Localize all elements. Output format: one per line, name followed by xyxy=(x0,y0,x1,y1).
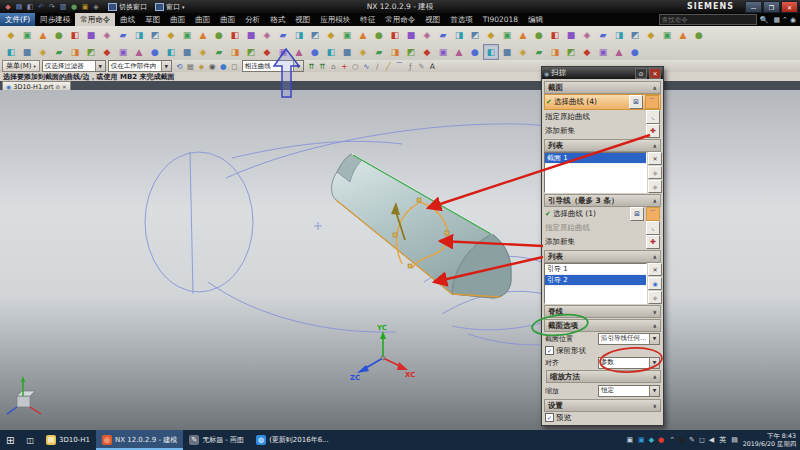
toolbar-icon[interactable]: ⇈ xyxy=(306,61,317,72)
toolbar-icon[interactable]: ⌂ xyxy=(328,61,339,72)
scaling-combo[interactable]: 恒定 ▼ xyxy=(598,385,660,397)
close-button[interactable]: ✕ xyxy=(781,1,798,13)
ribbon-command-icon[interactable]: ■ xyxy=(339,44,355,60)
add-new-set-row-guides[interactable]: 添加新集 ✚ xyxy=(544,235,661,249)
ribbon-command-icon[interactable]: ● xyxy=(467,44,483,60)
ribbon-command-icon[interactable]: ▣ xyxy=(275,44,291,60)
tray-pinned-icon[interactable]: ▣ xyxy=(626,436,633,444)
specify-origin-curve-row[interactable]: 指定原始曲线 ◟ xyxy=(544,110,661,124)
list-item[interactable]: 引导 1 xyxy=(545,264,646,275)
ribbon-tab-视图[interactable]: 视图 xyxy=(290,13,315,26)
toolbar-icon[interactable]: ⌒ xyxy=(394,61,405,72)
ribbon-command-icon[interactable]: ◆ xyxy=(99,44,115,60)
ribbon-tab-曲线[interactable]: 曲线 xyxy=(115,13,140,26)
list-item[interactable]: 截面 1 xyxy=(545,153,646,164)
ribbon-command-icon[interactable]: ▰ xyxy=(531,44,547,60)
ribbon-tab-草图[interactable]: 草图 xyxy=(140,13,165,26)
ribbon-command-icon[interactable]: ◆ xyxy=(419,44,435,60)
ribbon-command-icon[interactable]: ▲ xyxy=(131,44,147,60)
ribbon-command-icon[interactable]: ◩ xyxy=(147,27,163,43)
qat-icon[interactable]: ◧ xyxy=(25,2,35,12)
select-curve-row-section[interactable]: ✔ 选择曲线 (4) ⊠ ⌒ xyxy=(544,94,661,110)
section-header-guides[interactable]: 引导线（最多 3 条） ∧ xyxy=(544,194,661,207)
ribbon-command-icon[interactable]: ■ xyxy=(83,27,99,43)
ribbon-command-icon[interactable]: ◈ xyxy=(35,44,51,60)
ribbon-command-icon[interactable]: ■ xyxy=(19,44,35,60)
preview-checkbox[interactable]: ✓ xyxy=(545,413,554,422)
ribbon-command-icon[interactable]: ■ xyxy=(403,27,419,43)
ribbon-command-icon[interactable]: ● xyxy=(51,27,67,43)
toolbar-icon[interactable]: ✎ xyxy=(416,61,427,72)
qat-icon[interactable]: ↷ xyxy=(47,2,57,12)
ribbon-command-icon[interactable]: ◧ xyxy=(227,27,243,43)
qat-icon[interactable]: ▥ xyxy=(58,2,68,12)
ribbon-command-icon[interactable]: ▣ xyxy=(19,27,35,43)
ribbon-command-icon[interactable]: ▣ xyxy=(595,44,611,60)
tray-app-icon[interactable]: ◆ xyxy=(649,436,654,444)
ribbon-tab-应用模块[interactable]: 应用模块 xyxy=(315,13,355,26)
toolbar-icon[interactable]: ◉ xyxy=(207,61,218,72)
ribbon-command-icon[interactable]: ▣ xyxy=(659,27,675,43)
ribbon-command-icon[interactable]: ▲ xyxy=(355,27,371,43)
ribbon-command-icon[interactable]: ◧ xyxy=(163,44,179,60)
ribbon-command-icon[interactable]: ● xyxy=(147,44,163,60)
ribbon-tab-编辑[interactable]: 编辑 xyxy=(523,13,548,26)
ime-icon[interactable]: ▤ xyxy=(731,436,738,444)
section-header-settings[interactable]: 设置 ∨ xyxy=(544,399,661,412)
wcs-triad[interactable]: YC ZC XC xyxy=(350,324,415,382)
ribbon-command-icon[interactable]: ▰ xyxy=(371,44,387,60)
ribbon-tab-常用命令[interactable]: 常用命令 xyxy=(380,13,420,26)
qat-icon[interactable]: ▣ xyxy=(80,2,90,12)
qat-icon[interactable]: ▤ xyxy=(14,2,24,12)
toolbar-icon[interactable]: ● xyxy=(218,61,229,72)
select-curve-row-guides[interactable]: ✔ 选择曲线 (1) ⊠ ⌒ xyxy=(544,207,661,221)
ribbon-command-icon[interactable]: ▲ xyxy=(35,27,51,43)
list-header-guides[interactable]: 列表 ∧ xyxy=(544,250,661,263)
ribbon-command-icon[interactable]: ▣ xyxy=(179,27,195,43)
ribbon-command-icon[interactable]: ◨ xyxy=(67,44,83,60)
ribbon-command-icon[interactable]: ▲ xyxy=(291,44,307,60)
ribbon-command-icon[interactable]: ▲ xyxy=(451,44,467,60)
ribbon-command-icon[interactable]: ◈ xyxy=(419,27,435,43)
restore-button[interactable]: ❐ xyxy=(763,1,780,13)
ribbon-command-icon[interactable]: ◈ xyxy=(259,27,275,43)
toolbar-icon[interactable]: + xyxy=(339,61,350,72)
curve-rule-combo[interactable]: 相连曲线 ▼ xyxy=(242,60,304,72)
deselect-icon[interactable]: ⊠ xyxy=(629,95,643,109)
ribbon-option-icon[interactable]: ◉ xyxy=(790,16,796,24)
toolbar-icon[interactable]: ╱ xyxy=(383,61,394,72)
tray-system-icon[interactable]: ⌃ xyxy=(669,436,675,444)
ribbon-tab-曲面[interactable]: 曲面 xyxy=(165,13,190,26)
ribbon-command-icon[interactable]: ◧ xyxy=(547,27,563,43)
ribbon-command-icon[interactable]: ▣ xyxy=(435,44,451,60)
ribbon-command-icon[interactable]: ▣ xyxy=(339,27,355,43)
taskbar-app-item[interactable]: ✎无标题 - 画图 xyxy=(183,430,250,450)
toolbar-icon[interactable]: ƒ xyxy=(405,61,416,72)
ribbon-command-icon[interactable]: ◧ xyxy=(3,44,19,60)
toolbar-icon[interactable]: ◻ xyxy=(229,61,240,72)
list-item[interactable]: 引导 2 xyxy=(545,275,646,286)
ribbon-tab-曲面[interactable]: 曲面 xyxy=(190,13,215,26)
ribbon-command-icon[interactable]: ● xyxy=(531,27,547,43)
remove-item-button[interactable]: ✕ xyxy=(648,152,662,165)
close-tab-icon[interactable]: ✕ xyxy=(62,84,67,90)
ribbon-command-icon[interactable]: ▣ xyxy=(115,44,131,60)
ribbon-command-icon[interactable]: ◨ xyxy=(131,27,147,43)
ribbon-command-icon[interactable]: ● xyxy=(211,27,227,43)
guides-list[interactable]: 引导 1引导 2 xyxy=(544,263,647,304)
remove-item-button[interactable]: ✕ xyxy=(648,263,662,276)
ribbon-tab-首选项[interactable]: 首选项 xyxy=(445,13,478,26)
add-new-set-row-section[interactable]: 添加新集 ✚ xyxy=(544,124,661,138)
switch-window-button[interactable]: 切换窗口 xyxy=(104,1,151,12)
tray-system-icon[interactable]: ● xyxy=(679,436,685,444)
ribbon-command-icon[interactable]: ◆ xyxy=(643,27,659,43)
add-set-icon[interactable]: ✚ xyxy=(646,124,660,138)
ribbon-command-icon[interactable]: ■ xyxy=(563,27,579,43)
ribbon-command-icon[interactable]: ● xyxy=(307,44,323,60)
ribbon-option-icon[interactable]: ⌃ xyxy=(782,16,788,24)
curve-select-icon[interactable]: ⌒ xyxy=(646,207,660,221)
specify-origin-curve-row-guides[interactable]: 指定原始曲线 ◟ xyxy=(544,221,661,235)
qat-icon[interactable]: ◆ xyxy=(3,2,13,12)
ribbon-command-icon[interactable]: ◧ xyxy=(483,44,499,60)
ribbon-command-icon[interactable]: ◈ xyxy=(579,27,595,43)
